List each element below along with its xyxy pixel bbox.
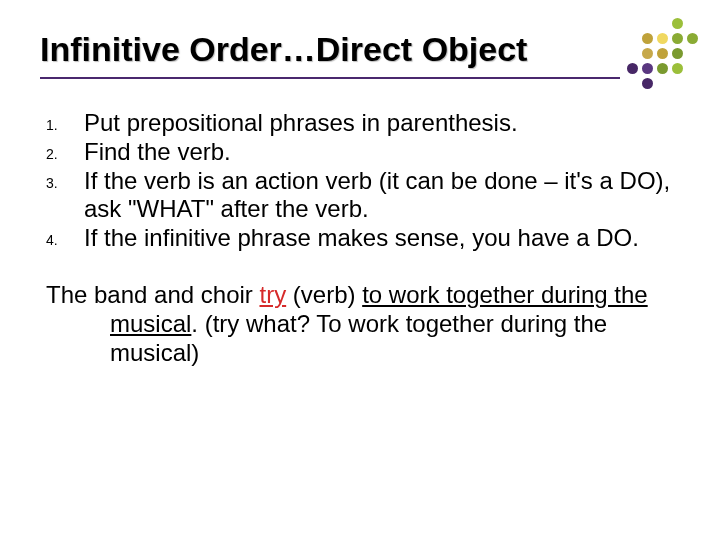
- list-number: 2.: [46, 138, 84, 163]
- dot-icon: [657, 48, 668, 59]
- dot-icon: [672, 63, 683, 74]
- list-item: 1. Put prepositional phrases in parenthe…: [46, 109, 680, 138]
- dot-icon: [642, 48, 653, 59]
- list-text: If the verb is an action verb (it can be…: [84, 167, 680, 225]
- list-number: 3.: [46, 167, 84, 192]
- example-verb-note: (verb): [286, 281, 362, 308]
- dot-icon: [627, 63, 638, 74]
- list-number: 4.: [46, 224, 84, 249]
- list-text: If the infinitive phrase makes sense, yo…: [84, 224, 680, 253]
- dot-icon: [657, 78, 668, 89]
- decorative-dots: [627, 18, 700, 91]
- dot-icon: [687, 78, 698, 89]
- dot-icon: [627, 33, 638, 44]
- dot-icon: [657, 63, 668, 74]
- dot-icon: [672, 78, 683, 89]
- example-lead: The band and choir: [46, 281, 259, 308]
- dot-icon: [657, 18, 668, 29]
- dot-icon: [627, 18, 638, 29]
- list-item: 3. If the verb is an action verb (it can…: [46, 167, 680, 225]
- ordered-list: 1. Put prepositional phrases in parenthe…: [46, 109, 680, 253]
- dot-icon: [627, 48, 638, 59]
- list-item: 2. Find the verb.: [46, 138, 680, 167]
- dot-icon: [642, 63, 653, 74]
- dot-icon: [687, 33, 698, 44]
- slide: Infinitive Order…Direct Object 1. Put pr…: [0, 0, 720, 540]
- dot-icon: [672, 18, 683, 29]
- list-item: 4. If the infinitive phrase makes sense,…: [46, 224, 680, 253]
- slide-title: Infinitive Order…Direct Object: [40, 30, 680, 69]
- list-text: Put prepositional phrases in parenthesis…: [84, 109, 680, 138]
- title-underline: [40, 77, 620, 79]
- dot-icon: [672, 48, 683, 59]
- example-sentence: The band and choir try (verb) to work to…: [46, 281, 680, 367]
- dot-icon: [687, 18, 698, 29]
- list-number: 1.: [46, 109, 84, 134]
- dot-icon: [627, 78, 638, 89]
- dot-icon: [642, 33, 653, 44]
- dot-icon: [642, 18, 653, 29]
- example-verb: try: [259, 281, 286, 308]
- dot-icon: [642, 78, 653, 89]
- dot-icon: [657, 33, 668, 44]
- dot-icon: [687, 48, 698, 59]
- dot-icon: [672, 33, 683, 44]
- list-text: Find the verb.: [84, 138, 680, 167]
- dot-icon: [687, 63, 698, 74]
- example-period: .: [191, 310, 204, 337]
